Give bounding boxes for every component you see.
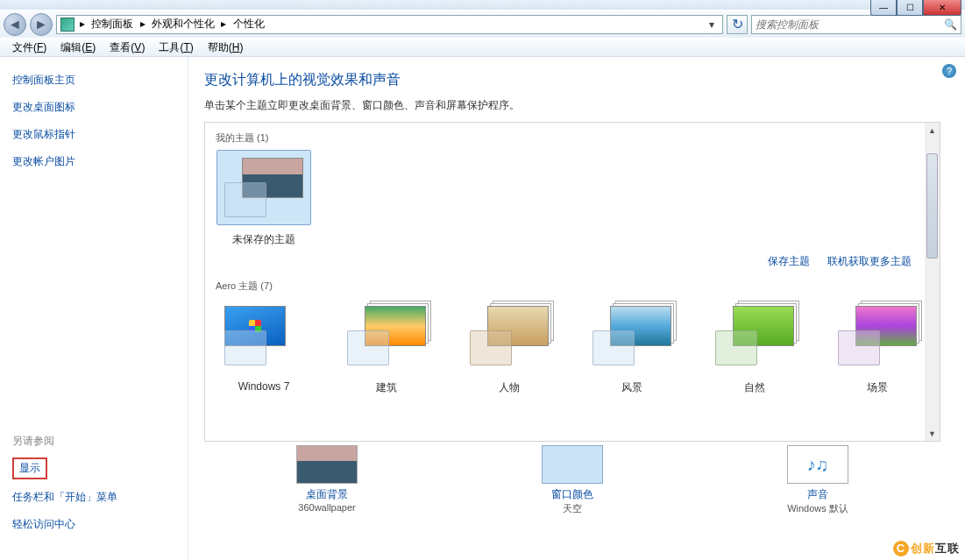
forward-button[interactable]: ► [30, 13, 53, 36]
theme-glass-thumb [224, 182, 266, 217]
address-dropdown[interactable]: ▾ [705, 18, 719, 31]
theme-glass-thumb [224, 330, 266, 365]
setting-title: 桌面背景 [248, 487, 406, 502]
search-input[interactable] [756, 18, 944, 31]
navbar: ◄ ► ▸ 控制面板 ▸ 外观和个性化 ▸ 个性化 ▾ ↻ 🔍 [0, 10, 965, 38]
breadcrumb-sep: ▸ [138, 18, 147, 30]
sidebar-link-account-picture[interactable]: 更改帐户图片 [12, 154, 175, 169]
setting-sub: Windows 默认 [739, 502, 897, 515]
minimize-button[interactable]: — [870, 0, 897, 16]
theme-name: 场景 [829, 380, 926, 395]
setting-window-color[interactable]: 窗口颜色 天空 [493, 445, 651, 515]
theme-glass-thumb [838, 330, 880, 365]
sidebar: 控制面板主页 更改桌面图标 更改鼠标指针 更改帐户图片 另请参阅 显示 任务栏和… [0, 57, 188, 560]
setting-sound[interactable]: ♪♫ 声音 Windows 默认 [739, 445, 897, 515]
sidebar-link-desktop-icons[interactable]: 更改桌面图标 [12, 100, 175, 115]
control-panel-icon [60, 18, 75, 32]
sidebar-link-mouse-pointer[interactable]: 更改鼠标指针 [12, 127, 175, 142]
online-themes-link[interactable]: 联机获取更多主题 [827, 254, 912, 269]
sidebar-link-taskbar[interactable]: 任务栏和「开始」菜单 [12, 490, 175, 505]
breadcrumb-sep: ▸ [78, 18, 87, 30]
theme-glass-thumb [470, 330, 512, 365]
theme-scene[interactable]: 场景 [829, 298, 926, 395]
menu-edit[interactable]: 编辑(E) [53, 39, 103, 57]
theme-windows7[interactable]: Windows 7 [216, 298, 312, 395]
theme-name: 建筑 [338, 380, 435, 395]
menubar: 文件(F) 编辑(E) 查看(V) 工具(T) 帮助(H) [0, 38, 965, 57]
watermark: C创新互联 [893, 541, 960, 556]
theme-name: 自然 [706, 380, 803, 395]
help-icon[interactable]: ? [942, 64, 956, 78]
wallpaper-thumb [296, 445, 358, 484]
theme-name: Windows 7 [216, 380, 312, 393]
breadcrumb-item[interactable]: 控制面板 [89, 18, 135, 30]
theme-glass-thumb [592, 330, 635, 365]
theme-people[interactable]: 人物 [461, 298, 557, 395]
theme-name: 未保存的主题 [216, 232, 312, 247]
theme-glass-thumb [715, 330, 757, 365]
sidebar-link-display-highlighted[interactable]: 显示 [12, 457, 47, 479]
address-bar[interactable]: ▸ 控制面板 ▸ 外观和个性化 ▸ 个性化 ▾ [56, 15, 723, 34]
breadcrumb: ▸ 控制面板 ▸ 外观和个性化 ▸ 个性化 [78, 17, 266, 32]
setting-title: 声音 [739, 487, 897, 502]
breadcrumb-item[interactable]: 个性化 [231, 18, 266, 30]
scroll-down-icon[interactable]: ▼ [925, 426, 940, 441]
settings-row: 桌面背景 360wallpaper 窗口颜色 天空 ♪♫ 声音 Windows … [204, 445, 940, 515]
setting-title: 窗口颜色 [493, 487, 651, 502]
page-desc: 单击某个主题立即更改桌面背景、窗口颜色、声音和屏幕保护程序。 [204, 98, 965, 113]
sidebar-link-display[interactable]: 显示 [19, 461, 40, 476]
menu-tools[interactable]: 工具(T) [152, 39, 200, 57]
theme-unsaved[interactable]: 未保存的主题 [216, 150, 312, 247]
theme-glass-thumb [347, 330, 389, 365]
theme-name: 人物 [461, 380, 557, 395]
section-my-themes: 我的主题 (1) [216, 131, 929, 145]
see-also-label: 另请参阅 [12, 434, 175, 449]
theme-nature[interactable]: 自然 [706, 298, 803, 395]
color-thumb [542, 445, 603, 484]
sound-icon: ♪♫ [787, 445, 848, 484]
window-controls: — ☐ ✕ [870, 0, 961, 16]
main: 控制面板主页 更改桌面图标 更改鼠标指针 更改帐户图片 另请参阅 显示 任务栏和… [0, 57, 965, 560]
breadcrumb-sep: ▸ [219, 18, 228, 30]
sidebar-home[interactable]: 控制面板主页 [12, 73, 175, 88]
theme-name: 风景 [584, 380, 680, 395]
search-icon[interactable]: 🔍 [944, 18, 957, 31]
sidebar-link-ease-of-access[interactable]: 轻松访问中心 [12, 517, 175, 532]
scroll-up-icon[interactable]: ▲ [925, 123, 940, 138]
refresh-button[interactable]: ↻ [727, 15, 748, 34]
menu-view[interactable]: 查看(V) [103, 39, 152, 57]
back-button[interactable]: ◄ [4, 13, 26, 36]
theme-architecture[interactable]: 建筑 [338, 298, 435, 395]
search-box[interactable]: 🔍 [751, 15, 961, 34]
setting-sub: 360wallpaper [248, 502, 406, 513]
theme-list: 我的主题 (1) 未保存的主题 保存主题 联机获取更多主 [204, 122, 940, 442]
theme-scenery[interactable]: 风景 [584, 298, 680, 395]
breadcrumb-item[interactable]: 外观和个性化 [150, 18, 216, 30]
setting-wallpaper[interactable]: 桌面背景 360wallpaper [248, 445, 406, 515]
maximize-button[interactable]: ☐ [897, 0, 923, 16]
content: ? 更改计算机上的视觉效果和声音 单击某个主题立即更改桌面背景、窗口颜色、声音和… [188, 57, 965, 560]
menu-help[interactable]: 帮助(H) [201, 39, 251, 57]
titlebar: — ☐ ✕ [0, 0, 965, 10]
sidebar-bottom: 另请参阅 显示 任务栏和「开始」菜单 轻松访问中心 [12, 434, 175, 544]
setting-sub: 天空 [493, 502, 651, 515]
watermark-badge: C [893, 541, 909, 556]
scrollbar[interactable]: ▲ ▼ [925, 123, 940, 441]
scroll-thumb[interactable] [926, 153, 938, 259]
section-aero-themes: Aero 主题 (7) [216, 280, 929, 293]
save-theme-link[interactable]: 保存主题 [768, 254, 810, 269]
close-button[interactable]: ✕ [923, 0, 961, 16]
page-title: 更改计算机上的视觉效果和声音 [204, 71, 965, 89]
theme-actions: 保存主题 联机获取更多主题 [216, 247, 929, 276]
menu-file[interactable]: 文件(F) [5, 39, 53, 57]
